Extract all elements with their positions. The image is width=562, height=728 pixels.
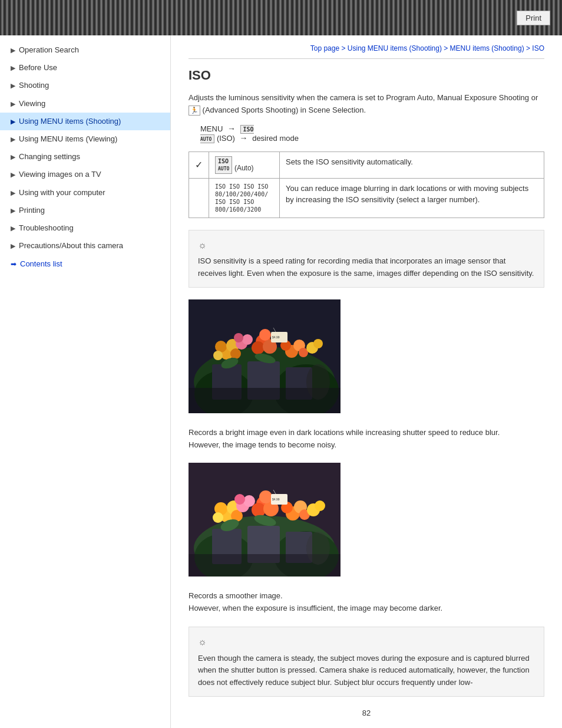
iso-table: ✓ ISOAUTO (Auto) Sets the ISO sensitivit… <box>189 151 544 218</box>
svg-point-10 <box>230 348 241 359</box>
arrow-icon: ▶ <box>11 46 15 55</box>
sidebar-item-before-use[interactable]: ▶ Before Use <box>0 59 170 77</box>
arrow-right-icon: ➡ <box>11 260 16 268</box>
image-2-desc-2: However, when the exposure is insufficie… <box>189 602 544 615</box>
photo-container-1: $4.99 <box>189 299 544 418</box>
header-bar: Print <box>0 0 562 35</box>
arrow-icon: ▶ <box>11 81 15 90</box>
svg-point-43 <box>213 512 223 523</box>
arrow-icon: ▶ <box>11 206 15 215</box>
arrow-icon: ▶ <box>11 117 15 126</box>
tip-icon-1: ☼ <box>198 238 535 253</box>
breadcrumb-part2[interactable]: Using MENU items (Shooting) <box>348 44 442 52</box>
tip-text-2: Even though the camera is steady, the su… <box>198 653 535 689</box>
iso-auto-description: Sets the ISO sensitivity automatically. <box>280 151 544 178</box>
sidebar-item-label: Operation Search <box>19 45 79 55</box>
arrow-icon: ▶ <box>11 135 15 144</box>
check-cell: ✓ <box>189 151 209 178</box>
svg-point-18 <box>259 329 271 341</box>
breadcrumb-sep2: > <box>444 44 449 52</box>
page-description: Adjusts the luminous sensitivity when th… <box>189 92 544 117</box>
svg-point-13 <box>242 334 253 345</box>
sidebar-item-label: Using MENU items (Viewing) <box>19 134 117 144</box>
tip-box-1: ☼ ISO sensitivity is a speed rating for … <box>189 230 544 288</box>
sidebar-item-label: Troubleshooting <box>19 223 74 233</box>
sidebar-item-operation-search[interactable]: ▶ Operation Search <box>0 41 170 59</box>
image-1-desc-1: Records a bright image even in dark loca… <box>189 427 544 439</box>
table-row: ✓ ISOAUTO (Auto) Sets the ISO sensitivit… <box>189 151 544 178</box>
iso-values-icon-cell: ISO ISO ISO ISO 80/100/200/400/ ISO ISO … <box>209 178 280 218</box>
svg-point-31 <box>306 364 330 400</box>
tip-text-1: ISO sensitivity is a speed rating for re… <box>198 255 535 280</box>
svg-text:$4.99: $4.99 <box>272 335 280 339</box>
iso-values-description: You can reduce image blurring in dark lo… <box>280 178 544 218</box>
flower-image-2: $4.99 <box>189 463 340 577</box>
contents-list-link[interactable]: ➡ Contents list <box>0 255 170 273</box>
main-content: Top page > Using MENU items (Shooting) >… <box>171 35 562 728</box>
arrow-icon: ▶ <box>11 100 15 108</box>
arrow-icon: ▶ <box>11 189 15 197</box>
breadcrumb-part4: ISO <box>532 44 544 52</box>
menu-instruction: MENU → ISOAUTO (ISO) → desired mode <box>200 124 544 143</box>
sidebar-item-changing-settings[interactable]: ▶ Changing settings <box>0 148 170 166</box>
main-layout: ▶ Operation Search ▶ Before Use ▶ Shooti… <box>0 35 562 728</box>
svg-point-63 <box>306 532 330 565</box>
svg-point-46 <box>234 494 245 505</box>
breadcrumb-top[interactable]: Top page <box>310 44 339 52</box>
svg-point-50 <box>259 490 272 503</box>
sidebar-item-shooting[interactable]: ▶ Shooting <box>0 77 170 94</box>
arrow-icon: ▶ <box>11 242 15 251</box>
svg-point-11 <box>213 351 223 360</box>
flower-image-1: $4.99 <box>189 299 340 413</box>
sidebar-item-precautions[interactable]: ▶ Precautions/About this camera <box>0 237 170 255</box>
empty-check-cell <box>189 178 209 218</box>
tip-box-2: ☼ Even though the camera is steady, the … <box>189 627 544 697</box>
iso-auto-icon-cell: ISOAUTO (Auto) <box>209 151 280 178</box>
breadcrumb-sep3: > <box>526 44 532 52</box>
sidebar-item-using-computer[interactable]: ▶ Using with your computer <box>0 184 170 202</box>
svg-point-8 <box>215 341 227 353</box>
sidebar-item-label: Printing <box>19 205 45 216</box>
sidebar-item-label: Viewing <box>19 98 45 109</box>
image-1-desc-2: However, the image tends to become noisy… <box>189 439 544 452</box>
sidebar-item-using-menu-viewing[interactable]: ▶ Using MENU items (Viewing) <box>0 130 170 148</box>
arrow-icon: ▶ <box>11 64 15 73</box>
image-1-description: Records a bright image even in dark loca… <box>189 427 544 452</box>
tip-icon-2: ☼ <box>198 634 535 650</box>
sidebar-item-troubleshooting[interactable]: ▶ Troubleshooting <box>0 219 170 237</box>
sidebar-item-label: Shooting <box>19 80 49 91</box>
svg-point-14 <box>234 333 243 342</box>
sidebar-item-label: Precautions/About this camera <box>19 241 123 251</box>
sidebar-item-label: Using with your computer <box>19 187 105 198</box>
svg-point-24 <box>313 339 323 348</box>
arrow-icon: ▶ <box>11 170 15 179</box>
breadcrumb-sep1: > <box>342 44 348 52</box>
breadcrumb: Top page > Using MENU items (Shooting) >… <box>189 41 544 59</box>
contents-list-label: Contents list <box>20 259 62 268</box>
sidebar-item-viewing-images-tv[interactable]: ▶ Viewing images on a TV <box>0 166 170 183</box>
sidebar-item-label: Changing settings <box>19 151 80 162</box>
svg-text:$4.99: $4.99 <box>272 498 280 501</box>
sidebar-item-label: Before Use <box>19 62 57 73</box>
table-row: ISO ISO ISO ISO 80/100/200/400/ ISO ISO … <box>189 178 544 218</box>
page-title: ISO <box>189 68 544 83</box>
print-button[interactable]: Print <box>517 11 550 25</box>
image-2-desc-1: Records a smoother image. <box>189 590 544 602</box>
sidebar: ▶ Operation Search ▶ Before Use ▶ Shooti… <box>0 35 171 728</box>
svg-point-16 <box>252 341 265 354</box>
sidebar-item-label: Using MENU items (Shooting) <box>19 116 121 127</box>
svg-point-56 <box>315 500 325 511</box>
image-2-description: Records a smoother image. However, when … <box>189 590 544 615</box>
sidebar-item-using-menu-shooting[interactable]: ▶ Using MENU items (Shooting) <box>0 113 170 130</box>
sidebar-item-viewing[interactable]: ▶ Viewing <box>0 95 170 113</box>
sidebar-item-printing[interactable]: ▶ Printing <box>0 202 170 219</box>
svg-point-45 <box>243 495 255 507</box>
arrow-icon: ▶ <box>11 153 15 162</box>
sidebar-item-label: Viewing images on a TV <box>19 169 101 180</box>
photo-container-2: $4.99 <box>189 463 544 581</box>
page-number: 82 <box>189 709 544 717</box>
breadcrumb-part3[interactable]: MENU items (Shooting) <box>450 44 524 52</box>
checkmark-icon: ✓ <box>195 160 203 170</box>
arrow-icon: ▶ <box>11 224 15 233</box>
